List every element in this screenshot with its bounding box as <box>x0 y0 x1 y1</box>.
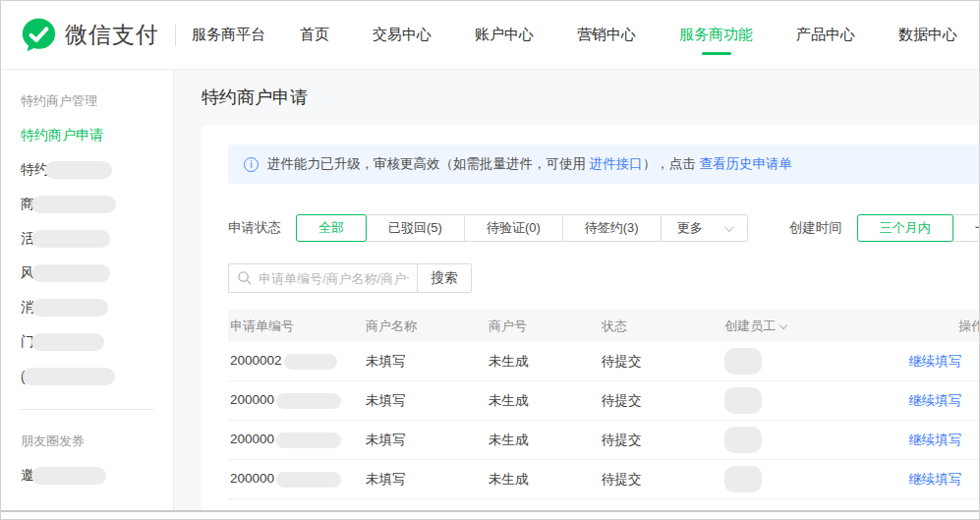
redacted-text <box>724 387 762 414</box>
sidebar-item-blurred-7[interactable]: ( <box>21 359 173 393</box>
sidebar-item-blurred-2[interactable]: 商 <box>21 187 173 221</box>
table-header-row: 申请单编号 商户名称 商户号 状态 创建员工 操作 <box>228 310 980 342</box>
merchant-name-cell: 未填写 <box>366 432 489 449</box>
main-content: 特约商户申请 进件能力已升级，审核更高效（如需批量进件，可使用 进件接口），点击… <box>174 70 980 520</box>
actions-cell: 继续填写撤销申请 <box>837 471 980 489</box>
nav-item-transaction-center[interactable]: 交易中心 <box>351 1 453 69</box>
time-filter-three-months[interactable]: 三个月内 <box>857 214 953 242</box>
column-header-status: 状态 <box>602 318 724 335</box>
redacted-text <box>276 393 341 409</box>
application-id-cell: 2000002 <box>228 353 366 369</box>
sidebar-item-blurred-5[interactable]: 消 <box>21 290 173 324</box>
status-filter-rejected[interactable]: 已驳回(5) <box>366 214 465 242</box>
brand: 微信支付 服务商平台 <box>21 17 265 53</box>
sidebar-item-blurred-8[interactable]: 邀 <box>21 458 173 492</box>
redacted-text <box>23 368 115 385</box>
status-filter-all[interactable]: 全部 <box>296 214 367 242</box>
main-nav: 首页 交易中心 账户中心 营销中心 服务商功能 产品中心 数据中心 <box>278 1 979 69</box>
continue-filling-link[interactable]: 继续填写 <box>908 471 961 489</box>
sidebar-item-merchant-application[interactable]: 特约商户申请 <box>21 118 173 152</box>
body-layout: 特约商户管理 特约商户申请 特约 商 活 风 消 门 ( 朋友圈发券 邀 特约商… <box>1 70 979 520</box>
search-button[interactable]: 搜索 <box>417 263 472 293</box>
sidebar-divider <box>21 409 153 410</box>
merchant-name-cell: 未填写 <box>366 392 489 410</box>
column-header-merchant-name: 商户名称 <box>366 318 489 335</box>
search-row: 搜索 +新增商户 <box>228 263 980 293</box>
redacted-text <box>31 196 116 213</box>
status-filter-pending-verification[interactable]: 待验证(0) <box>464 214 563 242</box>
column-header-application-id: 申请单编号 <box>228 318 366 335</box>
wechat-pay-logo-icon <box>21 17 57 53</box>
status-filter-label: 申请状态 <box>228 219 281 237</box>
merchant-id-cell: 未生成 <box>489 471 602 489</box>
top-navbar: 微信支付 服务商平台 首页 交易中心 账户中心 营销中心 服务商功能 产品中心 … <box>1 1 979 70</box>
window-bottom-edge <box>1 510 979 519</box>
nav-item-home[interactable]: 首页 <box>278 1 351 69</box>
status-filter-group: 全部 已驳回(5) 待验证(0) 待签约(3) 更多 <box>296 214 748 242</box>
status-cell: 待提交 <box>602 353 724 371</box>
redacted-text <box>284 354 337 370</box>
nav-item-account-center[interactable]: 账户中心 <box>453 1 555 69</box>
redacted-text <box>724 427 762 453</box>
actions-cell: 继续填写撤销申请 <box>837 392 980 410</box>
status-cell: 待提交 <box>602 432 724 449</box>
brand-name: 微信支付 <box>65 20 159 50</box>
table-row: 200000 未填写 未生成 待提交 继续填写撤销申请 <box>228 381 980 421</box>
merchant-id-cell: 未生成 <box>489 392 602 410</box>
history-applications-link[interactable]: 查看历史申请单 <box>700 156 793 171</box>
status-cell: 待提交 <box>602 471 724 489</box>
sidebar: 特约商户管理 特约商户申请 特约 商 活 风 消 门 ( 朋友圈发券 邀 <box>1 70 174 520</box>
redacted-text <box>276 472 341 488</box>
merchant-name-cell: 未填写 <box>366 471 489 489</box>
merchant-id-cell: 未生成 <box>489 353 602 371</box>
brand-platform-label: 服务商平台 <box>192 26 265 44</box>
application-id-cell: 200000 <box>228 432 366 447</box>
sidebar-item-blurred-3[interactable]: 活 <box>21 221 173 256</box>
nav-item-marketing-center[interactable]: 营销中心 <box>555 1 658 69</box>
api-link[interactable]: 进件接口 <box>590 156 643 171</box>
search-box: 搜索 <box>228 263 472 293</box>
sidebar-item-blurred-1[interactable]: 特约 <box>21 152 173 187</box>
creator-cell <box>724 387 837 414</box>
column-header-actions: 操作 <box>837 318 980 335</box>
column-header-merchant-id: 商户号 <box>489 318 602 335</box>
merchant-id-cell: 未生成 <box>489 432 602 449</box>
continue-filling-link[interactable]: 继续填写 <box>908 432 961 449</box>
sidebar-item-blurred-4[interactable]: 风 <box>21 256 173 290</box>
redacted-text <box>45 161 112 179</box>
time-filter-label: 创建时间 <box>789 219 842 237</box>
column-header-creator[interactable]: 创建员工 <box>724 318 837 335</box>
status-filter-pending-signing[interactable]: 待签约(3) <box>562 214 662 242</box>
sidebar-item-blurred-6[interactable]: 门 <box>21 324 173 359</box>
app-window: 微信支付 服务商平台 首页 交易中心 账户中心 营销中心 服务商功能 产品中心 … <box>0 0 980 520</box>
redacted-text <box>31 230 110 248</box>
brand-divider <box>175 25 176 46</box>
continue-filling-link[interactable]: 继续填写 <box>908 353 961 371</box>
info-icon <box>244 157 259 172</box>
chevron-down-icon <box>724 222 734 232</box>
continue-filling-link[interactable]: 继续填写 <box>908 392 961 410</box>
redacted-text <box>31 264 110 282</box>
nav-item-service-provider-features[interactable]: 服务商功能 <box>658 1 775 69</box>
redacted-text <box>31 299 108 317</box>
search-input[interactable] <box>228 263 417 293</box>
content-card: 进件能力已升级，审核更高效（如需批量进件，可使用 进件接口），点击 查看历史申请… <box>202 125 980 520</box>
applications-table: 申请单编号 商户名称 商户号 状态 创建员工 操作 2000002 未填写 未生… <box>228 310 980 499</box>
nav-item-product-center[interactable]: 产品中心 <box>775 1 877 69</box>
redacted-text <box>724 466 762 492</box>
actions-cell: 继续填写撤销申请 <box>837 432 980 449</box>
sidebar-section-header-merchant-management: 特约商户管理 <box>21 84 173 118</box>
redacted-text <box>276 433 341 448</box>
table-row: 200000 未填写 未生成 待提交 继续填写撤销申请 <box>228 421 980 460</box>
status-filter-more-dropdown[interactable]: 更多 <box>661 214 748 242</box>
time-filter-one-year[interactable]: 一年内 <box>952 214 980 242</box>
table-row: 2000002 未填写 未生成 待提交 继续填写撤销申请 <box>228 342 980 381</box>
creator-cell <box>724 466 837 492</box>
search-icon <box>237 270 252 289</box>
banner-text: 进件能力已升级，审核更高效（如需批量进件，可使用 进件接口），点击 查看历史申请… <box>267 155 792 173</box>
nav-item-data-center[interactable]: 数据中心 <box>877 1 979 69</box>
filter-row: 申请状态 全部 已驳回(5) 待验证(0) 待签约(3) 更多 创建时间 三个月… <box>228 214 980 242</box>
status-cell: 待提交 <box>602 392 724 410</box>
time-filter-group: 三个月内 一年内 全部 <box>857 214 980 242</box>
info-banner: 进件能力已升级，审核更高效（如需批量进件，可使用 进件接口），点击 查看历史申请… <box>228 144 980 184</box>
